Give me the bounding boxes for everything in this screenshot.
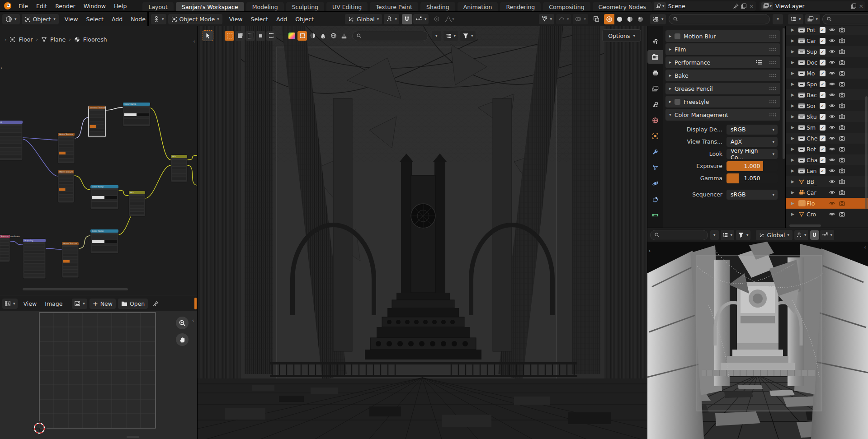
node-link[interactable] <box>75 117 89 138</box>
topbar-menu-edit[interactable]: Edit <box>32 3 51 9</box>
outliner-filter-id-dropdown[interactable]: ▾ <box>805 14 821 24</box>
viewport-menu-view[interactable]: View <box>225 16 247 23</box>
disable-render-camera-icon[interactable] <box>839 37 849 44</box>
breadcrumb-item[interactable]: Flooresh <box>83 36 107 43</box>
disclosure-icon[interactable]: ▶ <box>791 125 798 130</box>
filter-funnel-dropdown[interactable]: ▾ <box>460 31 476 41</box>
mode-icon-dropdown[interactable]: ▾ <box>151 14 166 24</box>
unlink-scene-icon[interactable]: × <box>749 3 754 9</box>
outliner-item-sku[interactable]: ▶Sku✓ <box>786 111 868 122</box>
exclude-checkbox[interactable]: ✓ <box>820 38 826 44</box>
filter-fluid-button[interactable] <box>318 31 328 41</box>
hide-viewport-eye-icon[interactable] <box>829 37 839 44</box>
slider-field[interactable]: 1.000 <box>726 161 778 171</box>
shading-rendered-button[interactable] <box>635 14 646 24</box>
exclude-checkbox[interactable]: ✓ <box>820 125 826 131</box>
panel-grip-icon[interactable] <box>769 100 777 104</box>
outliner-item-doc[interactable]: ▶Doc✓ <box>786 57 868 68</box>
node-link[interactable] <box>74 176 90 190</box>
outliner-item-mo[interactable]: ▶Mo✓ <box>786 68 868 79</box>
preset-icon[interactable] <box>755 60 762 65</box>
viewlayer-selector[interactable]: ▾ ViewLayer × <box>760 1 865 11</box>
panel-freestyle[interactable]: ▸Freestyle <box>665 96 780 107</box>
orientation-dropdown[interactable]: Global ▾ <box>756 230 793 240</box>
editor-type-button[interactable]: ▾ <box>2 299 18 309</box>
panel-color-management[interactable]: ▾Color Management <box>665 109 780 121</box>
outliner-hscrollbar[interactable] <box>789 224 821 227</box>
collapse-dropdown[interactable]: ▾ <box>432 31 441 41</box>
disable-render-camera-icon[interactable] <box>839 113 849 120</box>
hide-viewport-eye-icon[interactable] <box>829 189 839 196</box>
mode-dropdown[interactable]: Object Mode ▾ <box>168 14 222 24</box>
panel-grip-icon[interactable] <box>769 113 777 117</box>
transform-orientation-dropdown[interactable]: Global ▾ <box>345 14 382 24</box>
overlays-dropdown[interactable]: ▾ <box>556 14 571 24</box>
outliner-item-bac[interactable]: ▶Bac✓ <box>786 89 868 100</box>
browse-image-dropdown[interactable]: ▾ <box>72 299 87 309</box>
hide-viewport-eye-icon[interactable] <box>829 59 839 65</box>
item-label[interactable]: Che <box>807 135 820 142</box>
workspace-tab-sculpting[interactable]: Sculpting <box>286 2 324 12</box>
disclosure-icon[interactable]: ▶ <box>791 190 798 195</box>
shader-node[interactable]: Mix <box>171 155 187 182</box>
editor-type-button[interactable]: ▾ <box>2 14 20 24</box>
item-label[interactable]: Sm <box>807 124 820 131</box>
pin-icon[interactable] <box>152 300 159 307</box>
disclosure-icon[interactable]: ▶ <box>791 82 798 86</box>
properties-tab-output[interactable] <box>647 66 663 79</box>
outliner-display-mode-dropdown[interactable]: ▾ <box>788 14 803 24</box>
filter-object-button[interactable] <box>297 31 307 41</box>
open-image-button[interactable]: Open <box>118 299 148 309</box>
outliner-item-bot[interactable]: ▶Bot✓ <box>786 144 868 154</box>
panel-performance[interactable]: ▸Performance <box>665 56 780 68</box>
image-editor-menu-image[interactable]: Image <box>41 300 66 307</box>
disable-render-camera-icon[interactable] <box>839 59 849 65</box>
workspace-tab-compositing[interactable]: Compositing <box>543 2 590 12</box>
hide-viewport-eye-icon[interactable] <box>829 70 839 76</box>
disclosure-icon[interactable]: ▶ <box>791 147 798 151</box>
disclosure-icon[interactable]: ▶ <box>791 60 798 65</box>
disclosure-icon[interactable]: ▶ <box>791 136 798 140</box>
node-link[interactable] <box>10 241 23 245</box>
panel-checkbox[interactable] <box>675 99 680 105</box>
exclude-checkbox[interactable]: ✓ <box>820 70 826 76</box>
exclude-checkbox[interactable]: ✓ <box>820 103 826 109</box>
new-scene-icon[interactable] <box>741 3 747 9</box>
image-editor-collapse-icon[interactable]: ‹ <box>192 318 194 323</box>
outliner-search-input[interactable] <box>822 14 868 24</box>
hide-viewport-eye-icon[interactable] <box>829 157 839 163</box>
panel-grip-icon[interactable] <box>769 34 777 38</box>
select-mode-invert-button[interactable] <box>256 31 265 41</box>
blender-logo-icon[interactable] <box>4 2 12 10</box>
pan-gizmo-button[interactable] <box>176 333 189 346</box>
zoom-gizmo-button[interactable] <box>176 317 189 329</box>
filter-material-button[interactable] <box>308 31 317 41</box>
topbar-menu-window[interactable]: Window <box>80 3 110 9</box>
disclosure-icon[interactable]: ▶ <box>791 114 798 119</box>
snap-toggle[interactable] <box>810 230 819 240</box>
disable-render-camera-icon[interactable] <box>839 168 849 174</box>
item-label[interactable]: BB_ <box>807 178 820 185</box>
item-label[interactable]: Sor <box>807 103 820 109</box>
outliner-item-car[interactable]: ▶Car <box>786 187 868 198</box>
hide-viewport-eye-icon[interactable] <box>829 168 839 174</box>
outliner-vscrollbar[interactable] <box>865 96 868 209</box>
viewport-menu-select[interactable]: Select <box>246 16 272 23</box>
image-editor-canvas[interactable] <box>0 311 198 439</box>
snap-settings-dropdown[interactable]: ▾ <box>820 230 835 240</box>
disable-render-camera-icon[interactable] <box>839 146 849 152</box>
node-editor-collapse-icon[interactable]: ‹ <box>193 38 195 44</box>
properties-search-input[interactable] <box>669 14 770 24</box>
topbar-menu-file[interactable]: File <box>14 3 32 9</box>
node-link[interactable] <box>145 165 171 198</box>
remove-viewlayer-icon[interactable]: × <box>859 3 863 9</box>
item-label[interactable]: Sku <box>807 113 820 120</box>
exclude-checkbox[interactable]: ✓ <box>820 92 826 98</box>
image-editor-menu-view[interactable]: View <box>19 300 41 307</box>
breadcrumb-item[interactable]: Plane <box>50 36 66 43</box>
shader-node[interactable]: Mapping <box>23 239 46 279</box>
image-editor-hscrollbar[interactable] <box>127 436 139 438</box>
snap-toggle[interactable] <box>402 14 412 24</box>
panel-grip-icon[interactable] <box>769 47 777 51</box>
collapse-dropdown[interactable]: ▾ <box>710 230 719 240</box>
